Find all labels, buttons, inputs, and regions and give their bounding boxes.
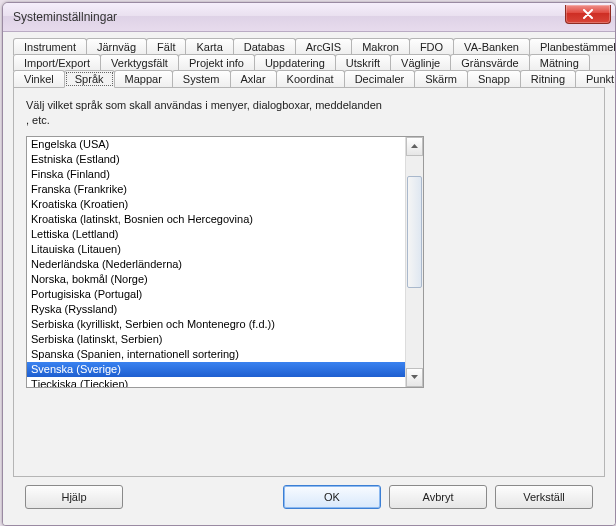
tab-projekt-info[interactable]: Projekt info [178, 54, 255, 71]
language-listbox[interactable]: Engelska (USA)Estniska (Estland)Finska (… [26, 136, 424, 388]
list-item[interactable]: Portugisiska (Portugal) [27, 287, 405, 302]
tab-m-tning[interactable]: Mätning [529, 54, 590, 71]
list-item[interactable]: Tjeckiska (Tjeckien) [27, 377, 405, 387]
list-item[interactable]: Engelska (USA) [27, 137, 405, 152]
list-item[interactable]: Nederländska (Nederländerna) [27, 257, 405, 272]
list-item[interactable]: Spanska (Spanien, internationell sorteri… [27, 347, 405, 362]
tab-karta[interactable]: Karta [185, 38, 233, 55]
scroll-up-button[interactable] [406, 137, 423, 156]
window-title: Systeminställningar [13, 10, 117, 24]
instruction-text: Välj vilket språk som skall användas i m… [26, 98, 386, 128]
chevron-down-icon [411, 375, 418, 379]
scroll-down-button[interactable] [406, 368, 423, 387]
scroll-track[interactable] [406, 156, 423, 368]
tab-ritning[interactable]: Ritning [520, 70, 576, 88]
tab-strip: InstrumentJärnvägFältKartaDatabasArcGISM… [13, 38, 605, 87]
cancel-button[interactable]: Avbryt [389, 485, 487, 509]
list-item[interactable]: Ryska (Ryssland) [27, 302, 405, 317]
tab-arcgis[interactable]: ArcGIS [295, 38, 352, 55]
tab-utskrift[interactable]: Utskrift [335, 54, 391, 71]
tab-j-rnv-g[interactable]: Järnväg [86, 38, 147, 55]
list-item[interactable]: Litauiska (Litauen) [27, 242, 405, 257]
list-item[interactable]: Kroatiska (Kroatien) [27, 197, 405, 212]
tab-va-banken[interactable]: VA-Banken [453, 38, 530, 55]
scroll-thumb[interactable] [407, 176, 422, 288]
tab-uppdatering[interactable]: Uppdatering [254, 54, 336, 71]
tab-instrument[interactable]: Instrument [13, 38, 87, 55]
language-list[interactable]: Engelska (USA)Estniska (Estland)Finska (… [27, 137, 405, 387]
help-button[interactable]: Hjälp [25, 485, 123, 509]
tab-verktygsf-lt[interactable]: Verktygsfält [100, 54, 179, 71]
tab-spr-k[interactable]: Språk [64, 70, 115, 88]
scrollbar[interactable] [405, 137, 423, 387]
tab-makron[interactable]: Makron [351, 38, 410, 55]
tab-punktinfo[interactable]: Punktinfo [575, 70, 616, 88]
tab-v-glinje[interactable]: Väglinje [390, 54, 451, 71]
client-area: InstrumentJärnvägFältKartaDatabasArcGISM… [3, 32, 615, 525]
titlebar: Systeminställningar [3, 3, 615, 32]
list-item[interactable]: Serbiska (latinskt, Serbien) [27, 332, 405, 347]
dialog-window: Systeminställningar InstrumentJärnvägFäl… [2, 2, 616, 526]
tab-import-export[interactable]: Import/Export [13, 54, 101, 71]
list-item[interactable]: Lettiska (Lettland) [27, 227, 405, 242]
list-item[interactable]: Svenska (Sverige) [27, 362, 405, 377]
tab-sk-rm[interactable]: Skärm [414, 70, 468, 88]
tab-vinkel[interactable]: Vinkel [13, 70, 65, 88]
tab-f-lt[interactable]: Fält [146, 38, 186, 55]
tab-snapp[interactable]: Snapp [467, 70, 521, 88]
list-item[interactable]: Norska, bokmål (Norge) [27, 272, 405, 287]
close-icon [582, 9, 594, 19]
list-item[interactable]: Kroatiska (latinskt, Bosnien och Hercego… [27, 212, 405, 227]
tab-fdo[interactable]: FDO [409, 38, 454, 55]
button-bar: Hjälp OK Avbryt Verkställ [13, 477, 605, 517]
tab-axlar[interactable]: Axlar [230, 70, 277, 88]
chevron-up-icon [411, 144, 418, 148]
tab-mappar[interactable]: Mappar [114, 70, 173, 88]
tab-databas[interactable]: Databas [233, 38, 296, 55]
apply-button[interactable]: Verkställ [495, 485, 593, 509]
tab-panel: Välj vilket språk som skall användas i m… [13, 87, 605, 477]
ok-button[interactable]: OK [283, 485, 381, 509]
list-item[interactable]: Franska (Frankrike) [27, 182, 405, 197]
tab-koordinat[interactable]: Koordinat [276, 70, 345, 88]
list-item[interactable]: Finska (Finland) [27, 167, 405, 182]
tab-planbest-mmelser[interactable]: Planbestämmelser [529, 38, 616, 55]
tab-decimaler[interactable]: Decimaler [344, 70, 416, 88]
close-button[interactable] [565, 5, 611, 24]
list-item[interactable]: Estniska (Estland) [27, 152, 405, 167]
tab-system[interactable]: System [172, 70, 231, 88]
list-item[interactable]: Serbiska (kyrilliskt, Serbien och Monten… [27, 317, 405, 332]
tab-gr-nsv-rde[interactable]: Gränsvärde [450, 54, 529, 71]
